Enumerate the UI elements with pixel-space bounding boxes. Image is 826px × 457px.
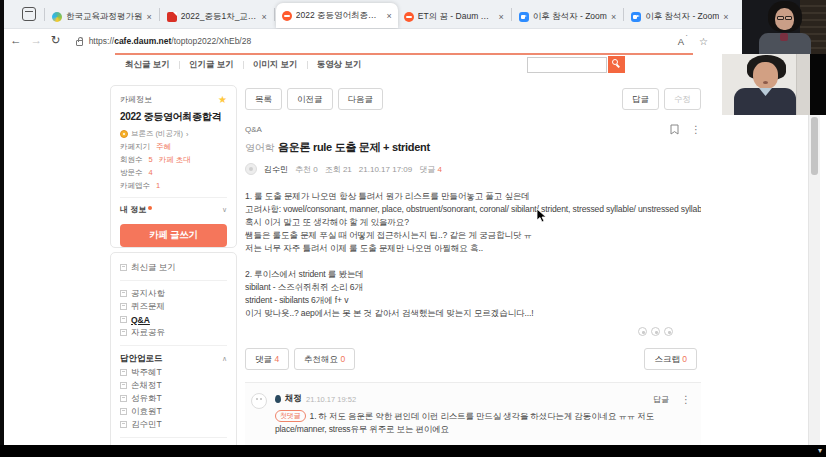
cafe-grade-row[interactable]: 브론즈 (비공개) › (120, 129, 227, 139)
tab-label: 한국교육과정평가원 (66, 11, 143, 23)
my-info-label: 내 정보 (120, 204, 146, 215)
next-post-button[interactable]: 다음글 (338, 88, 384, 110)
list-button[interactable]: 목록 (245, 88, 282, 110)
scrollbar-thumb[interactable] (811, 117, 818, 175)
search-icon (612, 59, 618, 65)
tab-label: 2022_중등1차_교육학 (1).p (181, 11, 258, 23)
nav-link-recent[interactable]: 최신글 보기 (125, 59, 170, 71)
divider (179, 61, 180, 69)
stat-value[interactable]: 주혜 (156, 142, 171, 152)
write-post-button[interactable]: 카페 글쓰기 (120, 224, 227, 247)
tab-close-icon[interactable]: × (387, 11, 392, 21)
search-input[interactable] (527, 57, 607, 73)
body-line: 저는 너무 자주 틀려서 이제 룰 도출 문제만 나오면 아찔해요 흑.. (245, 242, 701, 255)
menu-board-teacher[interactable]: 성유화T (120, 392, 227, 405)
browser-tab-zoom-2[interactable]: 이후 참석자 - Zoom × (625, 5, 734, 28)
browser-tab-pdf[interactable]: 2022_중등1차_교육학 (1).p × (161, 5, 273, 28)
nav-link-popular[interactable]: 인기글 보기 (189, 59, 234, 71)
divider (120, 280, 227, 281)
browser-tab-cafe-active[interactable]: 2022 중등영어최종합격 | 티 × (276, 3, 398, 28)
board-icon (120, 408, 127, 415)
nav-link-images[interactable]: 이미지 보기 (253, 59, 298, 71)
tab-divider (274, 8, 275, 21)
back-icon[interactable]: ← (10, 35, 22, 47)
divider (243, 61, 244, 69)
browser-tab-et-cafe[interactable]: ET의 꿈 - Daum 카페 × (398, 5, 510, 28)
participant-face (753, 62, 778, 89)
page-scrollbar[interactable] (808, 115, 820, 445)
menu-board-quiz[interactable]: 퀴즈문제 (120, 300, 227, 313)
url-path: /toptop2022/XhEb/28 (171, 36, 251, 46)
post-date: 21.10.17 17:09 (359, 165, 412, 174)
my-info-toggle[interactable]: 내 정보 ∨ (120, 204, 227, 215)
cafe-accent-line (115, 53, 693, 55)
read-aloud-icon[interactable]: A (678, 36, 687, 47)
menu-board-qna-active[interactable]: Q&A (120, 313, 227, 326)
body-line: 1. 룰 도출 문제가 나오면 항상 틀려서 뭔가 리스트를 만들어놓고 풀고 … (245, 190, 701, 203)
more-options-icon[interactable]: ⋮ (681, 394, 691, 405)
board-icon (120, 303, 127, 310)
screen: 한국교육과정평가원 × 2022_중등1차_교육학 (1).p × 2022 중… (0, 0, 826, 457)
menu-section-upload[interactable]: 답안업로드 ∧ (120, 352, 227, 366)
tab-close-icon[interactable]: × (723, 12, 728, 22)
menu-board-notice[interactable]: 공지사항 (120, 287, 227, 300)
cafe-grade-label: 브론즈 (비공개) (131, 129, 183, 139)
commenter-name[interactable]: 채정 (285, 393, 302, 405)
bookmark-icon[interactable] (670, 124, 679, 135)
forward-icon[interactable]: → (31, 35, 43, 47)
reply-button[interactable]: 답글 (622, 88, 659, 110)
tab-close-icon[interactable]: × (611, 12, 616, 22)
share-icon[interactable] (664, 327, 673, 336)
more-options-icon[interactable]: ⋮ (691, 124, 701, 135)
author-name[interactable]: 김수민 (264, 164, 288, 175)
browser-tab-kice[interactable]: 한국교육과정평가원 × (46, 5, 158, 28)
stat-value: 1 (156, 181, 160, 191)
stat-label: 방문수 (120, 168, 143, 178)
share-icon[interactable] (638, 327, 647, 336)
favorites-star-icon[interactable]: ☆ (699, 36, 708, 47)
board-category-link[interactable]: Q&A (245, 125, 262, 134)
board-icon (120, 382, 127, 389)
browser-tab-zoom-1[interactable]: 이후 참석자 - Zoom × (513, 5, 622, 28)
zoom-favicon-icon (631, 12, 641, 22)
bottom-letterbox-bar: ▾ (0, 445, 826, 457)
nav-link-videos[interactable]: 동영상 보기 (317, 59, 362, 71)
body-line: 2. 루이스에서 strident 를 봤는데 (245, 268, 701, 281)
comments-button[interactable]: 댓글 4 (245, 348, 289, 370)
address-bar[interactable]: https://cafe.daum.net/toptop2022/XhEb/28 (70, 33, 630, 50)
tab-label: 이후 참석자 - Zoom (533, 11, 607, 23)
recommend-button[interactable]: 추천해요 0 (294, 348, 355, 370)
board-icon (120, 421, 127, 428)
reload-icon[interactable]: ↻ (51, 35, 61, 47)
board-icon (120, 395, 127, 402)
chevron-down-icon: ∨ (222, 206, 227, 214)
body-line: strident - sibilants 6개에 f+ v (245, 294, 701, 307)
menu-board-teacher[interactable]: 이효원T (120, 405, 227, 418)
prev-post-button[interactable]: 이전글 (287, 88, 333, 110)
zoom-favicon-icon (519, 12, 529, 22)
search-button[interactable] (608, 56, 625, 73)
cafe-title[interactable]: 2022 중등영어최종합격 (120, 110, 227, 124)
body-line (245, 255, 701, 268)
cafe-invite-link[interactable]: 카페 초대 (159, 155, 191, 165)
comment-count-link[interactable]: 댓글 4 (419, 164, 442, 175)
post-area: 목록 이전글 다음글 답글 수정 Q&A ⋮ 영어학음운론 rule 도출 문제… (245, 88, 701, 457)
share-icon[interactable] (651, 327, 660, 336)
author-avatar[interactable] (245, 163, 257, 175)
comment-reply-button[interactable]: 답글 (653, 394, 669, 405)
favorite-star-icon[interactable]: ★ (218, 94, 227, 105)
menu-board-materials[interactable]: 자료공유 (120, 326, 227, 339)
menu-board-teacher[interactable]: 박주혜T (120, 366, 227, 379)
menu-recent-posts[interactable]: 최신글 보기 (120, 261, 227, 274)
tab-close-icon[interactable]: × (499, 12, 504, 22)
video-background (796, 54, 810, 115)
tab-actions-icon[interactable] (22, 7, 36, 21)
tab-close-icon[interactable]: × (147, 12, 152, 22)
menu-board-teacher[interactable]: 손채정T (120, 379, 227, 392)
scrap-button[interactable]: 스크랩 0 (644, 348, 697, 370)
tab-close-icon[interactable]: × (262, 12, 267, 22)
menu-board-teacher[interactable]: 김수민T (120, 418, 227, 431)
stat-row: 회원수 5 카페 초대 (120, 155, 227, 165)
edit-button[interactable]: 수정 (664, 88, 701, 110)
stat-row: 카페지기 주혜 (120, 142, 227, 152)
